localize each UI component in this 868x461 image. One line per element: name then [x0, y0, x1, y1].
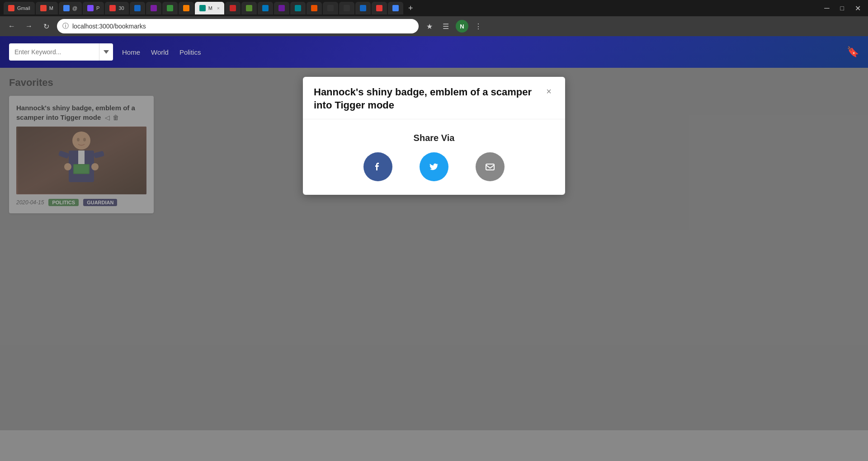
tab-11-favicon — [246, 5, 252, 11]
tab-bar: Gmail M @ P 30 M — [0, 0, 868, 16]
modal-close-button[interactable]: × — [543, 86, 554, 97]
tab-7-favicon — [151, 5, 157, 11]
refresh-button[interactable]: ↻ — [40, 20, 52, 33]
tab-12-favicon — [262, 5, 269, 11]
tab-14[interactable] — [290, 2, 306, 14]
modal-header: Hannock's shiny badge, emblem of a scamp… — [303, 77, 565, 119]
security-icon: ⓘ — [62, 22, 69, 30]
tab-6-favicon — [134, 5, 141, 11]
tab-11[interactable] — [241, 2, 257, 14]
header-right: 🔖 — [847, 46, 859, 58]
share-via-label: Share Via — [414, 133, 455, 143]
extensions-button[interactable]: ☰ — [439, 20, 452, 33]
tab-9[interactable] — [179, 2, 194, 14]
search-container — [9, 43, 113, 61]
tab-active-label: M — [208, 5, 212, 11]
app: Home World Politics 🔖 Favorites Hannock'… — [0, 36, 868, 430]
back-button[interactable]: ← — [5, 20, 18, 33]
share-buttons — [363, 152, 505, 181]
tab-20[interactable] — [388, 2, 403, 14]
tab-5-favicon — [109, 5, 116, 11]
tab-12[interactable] — [258, 2, 273, 14]
modal-overlay: Hannock's shiny badge, emblem of a scamp… — [0, 68, 868, 430]
bookmark-star-button[interactable]: ★ — [423, 20, 436, 33]
browser-toolbar: ← → ↻ ⓘ localhost:3000/bookmarks ★ ☰ N ⋮ — [0, 16, 868, 36]
search-input[interactable] — [9, 48, 99, 56]
tab-3-label: @ — [72, 5, 77, 11]
tab-active[interactable]: M × — [195, 2, 225, 14]
toolbar-right: ★ ☰ N ⋮ — [423, 20, 485, 33]
tab-5-label: 30 — [118, 5, 124, 11]
minimize-button[interactable]: ─ — [821, 2, 833, 14]
tab-1-label: Gmail — [17, 5, 30, 11]
tab-16-favicon — [327, 5, 334, 11]
browser-chrome: Gmail M @ P 30 M — [0, 0, 868, 36]
tab-20-favicon — [392, 5, 399, 11]
tab-9-favicon — [183, 5, 189, 11]
tab-7[interactable] — [146, 2, 161, 14]
tab-8-favicon — [167, 5, 173, 11]
svg-rect-13 — [486, 164, 494, 170]
modal-title: Hannock's shiny badge, emblem of a scamp… — [314, 86, 534, 112]
tab-1-favicon — [8, 5, 14, 11]
maximize-button[interactable]: □ — [837, 3, 848, 14]
tab-1[interactable]: Gmail — [4, 2, 35, 14]
tab-19-favicon — [376, 5, 382, 11]
tab-4[interactable]: P — [83, 2, 104, 14]
address-bar[interactable]: ⓘ localhost:3000/bookmarks — [57, 19, 419, 33]
tab-16[interactable] — [323, 2, 338, 14]
tab-18[interactable] — [355, 2, 371, 14]
tab-13-favicon — [278, 5, 285, 11]
tab-19[interactable] — [372, 2, 387, 14]
tab-2-label: M — [49, 5, 53, 11]
tab-4-favicon — [87, 5, 94, 11]
tab-17[interactable] — [339, 2, 354, 14]
modal-body: Share Via — [303, 119, 565, 195]
url-display: localhost:3000/bookmarks — [72, 23, 413, 30]
nav-home[interactable]: Home — [122, 48, 140, 56]
tab-18-favicon — [360, 5, 366, 11]
new-tab-button[interactable]: + — [404, 2, 417, 14]
twitter-share-button[interactable] — [420, 152, 448, 181]
tab-active-close[interactable]: × — [217, 5, 220, 11]
nav-links: Home World Politics — [122, 48, 201, 56]
app-header: Home World Politics 🔖 — [0, 36, 868, 68]
email-share-button[interactable] — [476, 152, 505, 181]
facebook-share-button[interactable] — [363, 152, 392, 181]
tab-3-favicon — [63, 5, 70, 11]
tab-10-favicon — [230, 5, 236, 11]
bookmark-button[interactable]: 🔖 — [847, 46, 859, 58]
tab-15[interactable] — [307, 2, 322, 14]
tab-17-favicon — [344, 5, 350, 11]
forward-button[interactable]: → — [23, 20, 35, 33]
close-button[interactable]: ✕ — [851, 2, 864, 14]
tab-2[interactable]: M — [36, 2, 58, 14]
tab-6[interactable] — [130, 2, 145, 14]
share-modal: Hannock's shiny badge, emblem of a scamp… — [303, 77, 565, 195]
nav-politics[interactable]: Politics — [179, 48, 201, 56]
tab-2-favicon — [40, 5, 47, 11]
tab-15-favicon — [311, 5, 317, 11]
tab-4-label: P — [96, 5, 99, 11]
tab-5[interactable]: 30 — [105, 2, 128, 14]
menu-button[interactable]: ⋮ — [472, 20, 485, 33]
tab-10[interactable] — [225, 2, 241, 14]
search-dropdown-button[interactable] — [99, 43, 113, 61]
nav-world[interactable]: World — [151, 48, 169, 56]
tab-13[interactable] — [274, 2, 289, 14]
main-content: Favorites Hannock's shiny badge, emblem … — [0, 68, 868, 430]
tab-3[interactable]: @ — [59, 2, 82, 14]
tab-active-favicon — [199, 5, 206, 11]
tab-14-favicon — [295, 5, 301, 11]
tab-8[interactable] — [162, 2, 178, 14]
profile-button[interactable]: N — [456, 20, 468, 33]
